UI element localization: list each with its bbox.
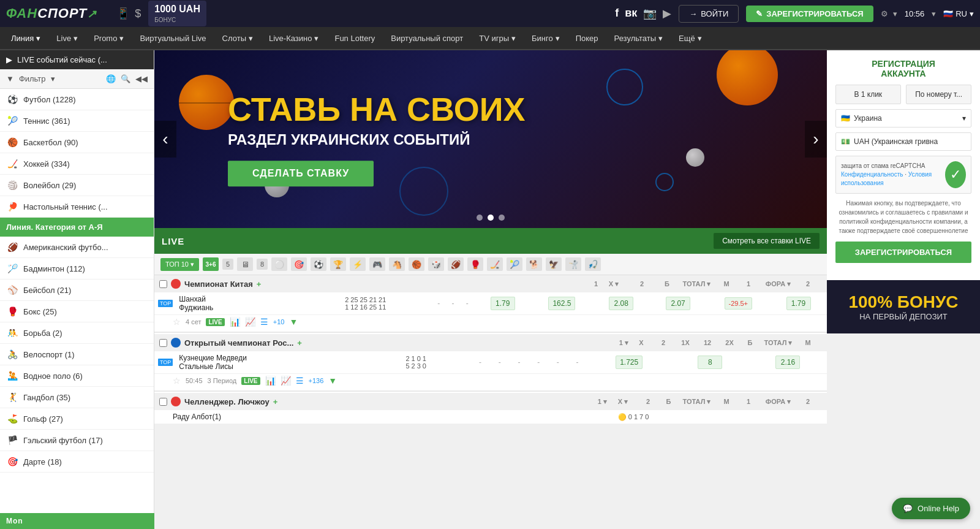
globe-icon[interactable]: 🌐 (106, 74, 116, 83)
facebook-icon[interactable]: f (615, 7, 619, 20)
filter-sport-5[interactable]: ⚡ (350, 257, 366, 271)
odd-b[interactable]: 1.79 (491, 297, 515, 310)
live-stats-icon-ru[interactable]: 📈 (281, 376, 291, 386)
settings-block[interactable]: ⚙ ▾ (881, 9, 897, 18)
filter-sport-11[interactable]: 🥊 (467, 257, 483, 271)
login-button[interactable]: → ВОЙТИ (679, 5, 739, 23)
filter-top10-button[interactable]: ТОП 10 ▾ (160, 258, 199, 271)
mobile-icon[interactable]: 📱 (116, 7, 130, 20)
sidebar-item-badminton[interactable]: 🏸 Бадминтон (112) (0, 258, 154, 280)
league-checkbox[interactable] (159, 280, 167, 288)
sidebar-category[interactable]: Линия. Категория от А-Я (0, 218, 154, 237)
sidebar-item-hockey[interactable]: 🏒 Хоккей (334) (0, 153, 154, 175)
filter-sport-16[interactable]: 🤺 (565, 257, 581, 271)
vk-icon[interactable]: вк (625, 7, 637, 20)
filter-sport-1[interactable]: ⚪ (271, 257, 287, 271)
sidebar-item-football[interactable]: ⚽ Футбол (1228) (0, 89, 154, 110)
live-all-button[interactable]: Смотреть все ставки LIVE (714, 233, 820, 249)
more-bets-link-ru[interactable]: +136 (309, 377, 324, 384)
banner-dot-1[interactable] (477, 215, 483, 221)
expand-button-shanghai[interactable]: ▼ (289, 317, 298, 327)
banner-prev-button[interactable]: ‹ (154, 121, 176, 158)
online-help-button[interactable]: 💬 Online Help (892, 498, 970, 519)
nav-bingo[interactable]: Бинго ▾ (524, 29, 567, 48)
sidebar-item-darts[interactable]: 🎯 Дарте (18) (0, 451, 154, 473)
league-expand[interactable]: + (257, 280, 262, 289)
filter-monitor-icon[interactable]: 🖥 (237, 257, 253, 271)
live-list-icon[interactable]: ☰ (260, 317, 268, 327)
league-checkbox-ru[interactable] (159, 339, 167, 347)
nav-virtual-live[interactable]: Виртуальный Live (132, 29, 213, 48)
more-bets-link[interactable]: +10 (273, 318, 285, 325)
sidebar-item-waterpolo[interactable]: 🤽 Водное поло (6) (0, 365, 154, 387)
banner-dot-3[interactable] (499, 215, 505, 221)
ru-odd-m[interactable]: 2.16 (775, 356, 800, 369)
sidebar-item-gaelic-football[interactable]: 🏴 Гэльский футбол (17) (0, 430, 154, 451)
filter-sport-15[interactable]: 🦅 (546, 257, 562, 271)
nav-poker[interactable]: Покер (568, 29, 606, 48)
banner-cta-button[interactable]: СДЕЛАТЬ СТАВКУ (228, 161, 374, 187)
odd-fora-2[interactable]: 1.79 (786, 297, 811, 310)
sidebar-item-boxing[interactable]: 🥊 Бокс (25) (0, 301, 154, 322)
reg-submit-button[interactable]: ЗАРЕГИСТРИРОВАТЬСЯ (835, 242, 971, 263)
odd-fora-1[interactable]: 2.07 (666, 297, 690, 310)
nav-live[interactable]: Live ▾ (49, 29, 85, 48)
reg-one-click-button[interactable]: В 1 клик (835, 85, 901, 104)
filter-sport-8[interactable]: 🏀 (409, 257, 424, 271)
filter-num-5[interactable]: 5 (222, 259, 233, 270)
nav-virtual-sport[interactable]: Виртуальный спорт (383, 29, 470, 48)
filter-sport-17[interactable]: 🎣 (585, 257, 601, 271)
sidebar-item-americanfootball[interactable]: 🏈 Американский футбо... (0, 237, 154, 258)
filter-sport-7[interactable]: 🐴 (389, 257, 405, 271)
ru-odd-fora[interactable]: 1.725 (616, 356, 643, 369)
nav-more[interactable]: Ещё ▾ (671, 29, 709, 48)
star-button-shanghai[interactable]: ☆ (173, 317, 181, 327)
collapse-icon[interactable]: ◀◀ (135, 74, 148, 83)
language-selector[interactable]: 🇷🇺 RU ▾ (943, 9, 974, 18)
nav-casino[interactable]: Live-Казино ▾ (262, 29, 326, 48)
filter-sport-10[interactable]: 🏈 (448, 257, 464, 271)
nav-tv-games[interactable]: TV игры ▾ (472, 29, 523, 48)
filter-sport-4[interactable]: 🏆 (330, 257, 346, 271)
league-expand-ch[interactable]: + (273, 397, 278, 406)
youtube-icon[interactable]: ▶ (663, 7, 671, 20)
odd-m[interactable]: 2.08 (609, 297, 633, 310)
star-button-medvedi[interactable]: ☆ (173, 376, 181, 386)
sidebar-item-baseball[interactable]: ⚾ Бейсбол (21) (0, 280, 154, 301)
filter-sport-14[interactable]: 🐕 (526, 257, 542, 271)
live-chart-icon[interactable]: 📊 (230, 317, 240, 327)
live-stats-icon[interactable]: 📈 (245, 317, 255, 327)
live-chart-icon-ru[interactable]: 📊 (265, 376, 276, 386)
nav-promo[interactable]: Promo ▾ (86, 29, 131, 48)
register-button[interactable]: ✎ ЗАРЕГИСТРИРОВАТЬСЯ (746, 6, 873, 22)
filter-score-icon[interactable]: 3+6 (203, 257, 219, 271)
filter-arrow[interactable]: ▾ (51, 74, 55, 83)
search-icon[interactable]: 🔍 (121, 74, 130, 83)
ru-odd-total[interactable]: 8 (698, 356, 722, 369)
filter-sport-9[interactable]: 🎲 (428, 257, 444, 271)
expand-button-medvedi[interactable]: ▼ (328, 376, 337, 386)
sidebar-item-golf[interactable]: ⛳ Гольф (27) (0, 408, 154, 430)
nav-slots[interactable]: Слоты ▾ (215, 29, 260, 48)
odd-fora-num[interactable]: -29.5+ (725, 297, 753, 310)
filter-sport-13[interactable]: 🎾 (507, 257, 522, 271)
captcha-privacy-link[interactable]: Конфиденциальность (841, 171, 903, 178)
banner-dot-2[interactable] (488, 215, 494, 221)
nav-results[interactable]: Результаты ▾ (607, 29, 670, 48)
sidebar-item-cycling[interactable]: 🚴 Велоспорт (1) (0, 344, 154, 365)
nav-liniya[interactable]: Линия ▾ (4, 29, 48, 48)
league-expand-ru[interactable]: + (297, 338, 302, 348)
country-selector[interactable]: 🇺🇦 Украина ▾ (835, 109, 971, 127)
live-list-icon-ru[interactable]: ☰ (296, 376, 304, 386)
nav-fun-lottery[interactable]: Fun Lottery (327, 29, 382, 48)
sidebar-item-handball[interactable]: 🤾 Гандбол (35) (0, 387, 154, 408)
filter-sport-6[interactable]: 🎮 (369, 257, 385, 271)
instagram-icon[interactable]: 📷 (643, 7, 657, 20)
currency-selector[interactable]: 💵 UAH (Украинская гривна (835, 132, 971, 151)
filter-sport-2[interactable]: 🎯 (291, 257, 307, 271)
reg-by-phone-button[interactable]: По номеру т... (906, 85, 971, 104)
sidebar-item-tennis[interactable]: 🎾 Теннис (361) (0, 110, 154, 132)
brand-logo[interactable]: ФАНСПОРТ↗ (6, 6, 97, 21)
filter-sport-12[interactable]: 🏒 (487, 257, 503, 271)
filter-sport-3[interactable]: ⚽ (311, 257, 326, 271)
